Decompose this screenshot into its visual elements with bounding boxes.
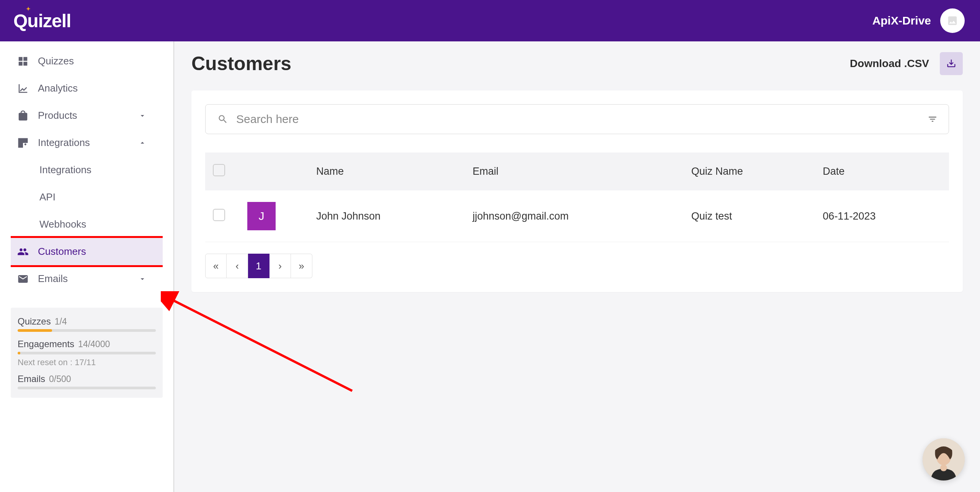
sidebar-item-label: Emails (38, 273, 138, 285)
chat-widget[interactable] (923, 438, 965, 481)
download-csv-button[interactable] (940, 52, 963, 75)
customers-table: Name Email Quiz Name Date J John Johnson… (205, 153, 949, 242)
sidebar-item-label: Products (38, 110, 138, 121)
sidebar-subitem-integrations[interactable]: Integrations (0, 156, 173, 184)
cell-name: John Johnson (309, 190, 465, 242)
page-next-button[interactable]: › (270, 254, 291, 278)
sidebar-subitem-webhooks[interactable]: Webhooks (0, 211, 173, 238)
download-icon (946, 58, 957, 69)
usage-engagements-label: Engagements (18, 339, 74, 349)
sidebar-item-integrations[interactable]: Integrations (0, 129, 173, 156)
usage-reset-note: Next reset on : 17/11 (18, 358, 156, 367)
cell-email: jjohnson@gmail.com (465, 190, 684, 242)
account-name: ApiX-Drive (872, 14, 931, 27)
sidebar-item-label: Quizzes (38, 55, 162, 67)
sidebar: Quizzes Analytics Products Integrations … (0, 41, 174, 492)
chevron-down-icon (138, 112, 147, 120)
customer-avatar: J (247, 202, 276, 230)
usage-emails-label: Emails (18, 374, 45, 384)
usage-box: Quizzes 1/4 Engagements 14/4000 Next res… (11, 308, 163, 398)
cell-date: 06-11-2023 (815, 190, 949, 242)
usage-quizzes-value: 1/4 (55, 317, 67, 327)
search-icon (217, 114, 228, 125)
usage-engagements-value: 14/4000 (78, 339, 110, 349)
main-content: Customers Download .CSV Name (174, 41, 980, 492)
column-date: Date (815, 153, 949, 190)
select-all-checkbox[interactable] (213, 164, 225, 176)
user-avatar[interactable] (940, 8, 965, 33)
sidebar-subitem-api[interactable]: API (0, 184, 173, 211)
app-logo[interactable]: Q✦uizell (13, 10, 71, 31)
sidebar-item-label: Analytics (38, 82, 162, 94)
sidebar-item-analytics[interactable]: Analytics (0, 75, 173, 102)
sidebar-item-products[interactable]: Products (0, 102, 173, 129)
image-placeholder-icon (947, 15, 958, 26)
column-name: Name (309, 153, 465, 190)
email-icon (17, 273, 29, 285)
svg-point-4 (940, 464, 947, 471)
sidebar-item-label: Webhooks (39, 218, 162, 230)
chart-icon (17, 83, 29, 94)
download-csv-label: Download .CSV (850, 57, 929, 70)
sidebar-item-label: API (39, 191, 162, 203)
usage-emails-value: 0/500 (49, 374, 71, 384)
sidebar-item-label: Integrations (38, 137, 138, 149)
column-email: Email (465, 153, 684, 190)
person-avatar-icon (923, 438, 965, 481)
integrations-icon (17, 137, 29, 149)
chevron-down-icon (138, 275, 147, 283)
page-title: Customers (191, 52, 291, 75)
column-quiz: Quiz Name (684, 153, 815, 190)
sidebar-item-emails[interactable]: Emails (0, 265, 173, 292)
customers-card: Name Email Quiz Name Date J John Johnson… (191, 90, 963, 292)
cell-quiz: Quiz test (684, 190, 815, 242)
filter-icon[interactable] (928, 114, 938, 124)
pagination: « ‹ 1 › » (205, 254, 949, 278)
people-icon (17, 246, 29, 257)
page-prev-button[interactable]: ‹ (227, 254, 248, 278)
sidebar-item-customers[interactable]: Customers (11, 238, 163, 265)
table-row[interactable]: J John Johnson jjohnson@gmail.com Quiz t… (205, 190, 949, 242)
grid-icon (17, 56, 29, 67)
top-bar: Q✦uizell ApiX-Drive (0, 0, 980, 41)
bag-icon (17, 110, 29, 121)
page-current-button[interactable]: 1 (248, 254, 270, 278)
chevron-up-icon (138, 139, 147, 147)
search-input[interactable] (205, 104, 949, 134)
sidebar-item-label: Integrations (39, 164, 162, 176)
page-first-button[interactable]: « (205, 254, 227, 278)
usage-quizzes-label: Quizzes (18, 316, 51, 327)
sidebar-item-label: Customers (38, 246, 151, 257)
sidebar-item-quizzes[interactable]: Quizzes (0, 48, 173, 75)
row-checkbox[interactable] (213, 209, 225, 221)
page-last-button[interactable]: » (291, 254, 312, 278)
